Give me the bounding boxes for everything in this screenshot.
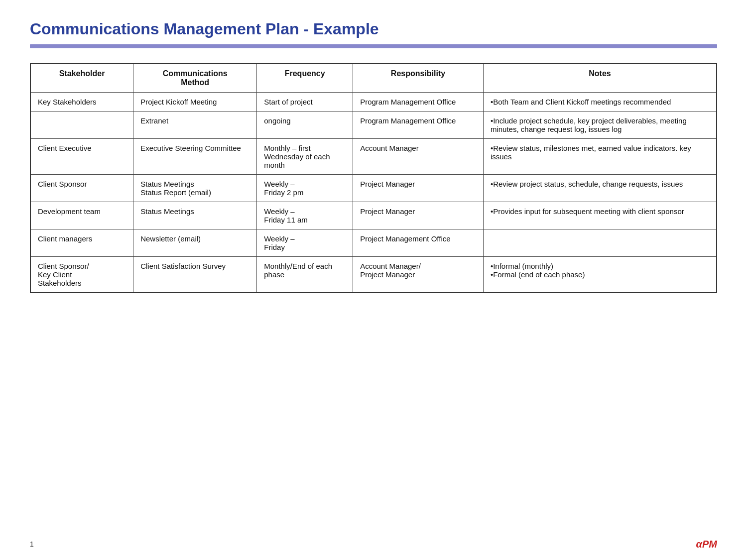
table-row: Key StakeholdersProject Kickoff MeetingS… — [30, 93, 717, 112]
cell-comm-method: Project Kickoff Meeting — [133, 93, 257, 112]
header-responsibility: Responsibility — [353, 64, 484, 93]
table-row: Client Sponsor/Key ClientStakeholdersCli… — [30, 257, 717, 293]
cell-responsibility: Project Management Office — [353, 229, 484, 257]
cell-notes: •Review project status, schedule, change… — [483, 175, 717, 202]
page-number: 1 — [30, 540, 34, 548]
cell-notes: •Both Team and Client Kickoff meetings r… — [483, 93, 717, 112]
cell-notes — [483, 229, 717, 257]
cell-responsibility: Account Manager/Project Manager — [353, 257, 484, 293]
table-header-row: Stakeholder CommunicationsMethod Frequen… — [30, 64, 717, 93]
table-row: Client ExecutiveExecutive Steering Commi… — [30, 139, 717, 175]
table-row: Development teamStatus MeetingsWeekly –F… — [30, 202, 717, 229]
cell-responsibility: Account Manager — [353, 139, 484, 175]
cell-frequency: Monthly – first Wednesday of each month — [257, 139, 353, 175]
cell-frequency: Weekly –Friday 11 am — [257, 202, 353, 229]
cell-comm-method: Newsletter (email) — [133, 229, 257, 257]
cell-responsibility: Program Management Office — [353, 93, 484, 112]
cell-frequency: Start of project — [257, 93, 353, 112]
cell-notes: •Provides input for subsequent meeting w… — [483, 202, 717, 229]
cell-stakeholder: Client managers — [30, 229, 133, 257]
table-row: Client managersNewsletter (email)Weekly … — [30, 229, 717, 257]
header-stakeholder: Stakeholder — [30, 64, 133, 93]
logo: αPM — [696, 539, 717, 550]
header-notes: Notes — [483, 64, 717, 93]
communications-table: Stakeholder CommunicationsMethod Frequen… — [30, 63, 717, 293]
cell-responsibility: Project Manager — [353, 202, 484, 229]
cell-stakeholder: Client Sponsor — [30, 175, 133, 202]
cell-stakeholder: Key Stakeholders — [30, 93, 133, 112]
header-comm-method: CommunicationsMethod — [133, 64, 257, 93]
cell-frequency: Weekly –Friday 2 pm — [257, 175, 353, 202]
page-title: Communications Management Plan - Example — [30, 20, 717, 38]
cell-stakeholder: Development team — [30, 202, 133, 229]
table-row: Client SponsorStatus MeetingsStatus Repo… — [30, 175, 717, 202]
cell-frequency: Weekly –Friday — [257, 229, 353, 257]
header-frequency: Frequency — [257, 64, 353, 93]
cell-frequency: ongoing — [257, 112, 353, 139]
table-row: ExtranetongoingProgram Management Office… — [30, 112, 717, 139]
cell-notes: •Informal (monthly)•Formal (end of each … — [483, 257, 717, 293]
cell-stakeholder: Client Sponsor/Key ClientStakeholders — [30, 257, 133, 293]
cell-stakeholder: Client Executive — [30, 139, 133, 175]
cell-notes: •Review status, milestones met, earned v… — [483, 139, 717, 175]
cell-stakeholder — [30, 112, 133, 139]
title-divider — [30, 44, 717, 48]
cell-comm-method: Status Meetings — [133, 202, 257, 229]
cell-comm-method: Executive Steering Committee — [133, 139, 257, 175]
cell-responsibility: Project Manager — [353, 175, 484, 202]
cell-comm-method: Status MeetingsStatus Report (email) — [133, 175, 257, 202]
cell-comm-method: Client Satisfaction Survey — [133, 257, 257, 293]
cell-notes: •Include project schedule, key project d… — [483, 112, 717, 139]
cell-comm-method: Extranet — [133, 112, 257, 139]
cell-responsibility: Program Management Office — [353, 112, 484, 139]
cell-frequency: Monthly/End of each phase — [257, 257, 353, 293]
